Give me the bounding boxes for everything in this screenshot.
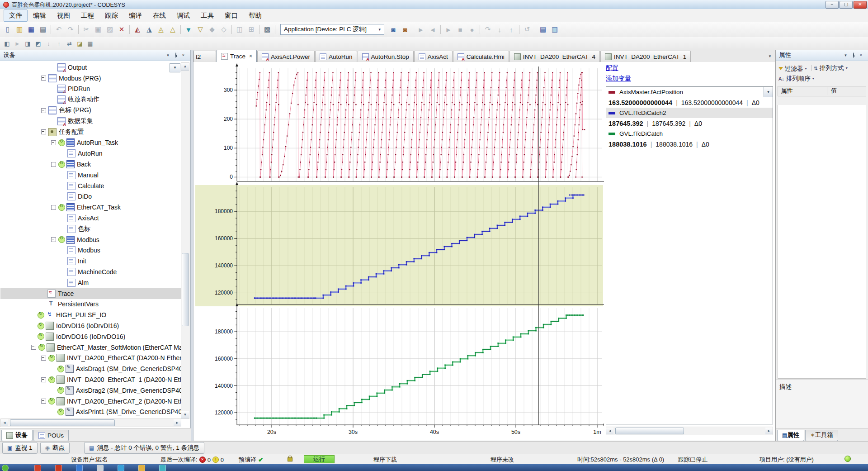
menu-item[interactable]: 工程 bbox=[75, 10, 99, 22]
step-over-icon[interactable]: ↷ bbox=[482, 24, 493, 35]
generate-code-icon[interactable]: ◙ bbox=[400, 24, 410, 35]
legend-horizontal-scrollbar[interactable]: ◄ ► bbox=[606, 427, 773, 435]
bookmark-prev-icon[interactable]: ◆ bbox=[207, 24, 217, 35]
document-tab[interactable]: INVT_DA200_EtherCAT_1 bbox=[600, 51, 691, 62]
monitor-table-icon[interactable]: ▤ bbox=[538, 24, 548, 35]
run-tool-icon[interactable]: ► bbox=[13, 39, 22, 48]
panel-close-icon[interactable]: × bbox=[179, 52, 187, 59]
tree-item[interactable]: EtherCAT_Task bbox=[0, 202, 181, 213]
pin-icon[interactable] bbox=[849, 52, 857, 59]
step-into-icon[interactable]: ↓ bbox=[494, 24, 505, 35]
expander-icon[interactable] bbox=[51, 140, 56, 145]
panel-menu-icon[interactable]: ▾ bbox=[164, 52, 172, 59]
trace-config-link[interactable]: 配置 bbox=[606, 64, 618, 72]
start-icon[interactable]: ► bbox=[443, 24, 454, 35]
bookmark-clear-icon[interactable]: ◇ bbox=[218, 24, 229, 35]
expander-icon[interactable] bbox=[41, 129, 46, 134]
tree-item[interactable]: 色标 bbox=[0, 224, 181, 234]
tree-item[interactable]: Manual bbox=[0, 170, 181, 181]
menu-item[interactable]: 跟踪 bbox=[99, 10, 123, 22]
menu-item[interactable]: 编辑 bbox=[28, 10, 52, 22]
panel-close-icon[interactable]: × bbox=[857, 52, 865, 59]
document-tab[interactable]: t2 bbox=[193, 51, 216, 62]
next-message-icon[interactable]: ⊞ bbox=[246, 24, 257, 35]
document-tab[interactable]: AutoRun bbox=[315, 51, 357, 62]
document-tab[interactable]: Trace× bbox=[217, 50, 257, 62]
build-icon[interactable]: ◙ bbox=[388, 24, 399, 35]
scrollbar-thumb[interactable] bbox=[615, 428, 684, 434]
tab-overflow-icon[interactable]: ▾ bbox=[766, 52, 774, 60]
panel-tab[interactable]: ▤属性 bbox=[777, 430, 804, 441]
logout-icon[interactable]: ◄ bbox=[427, 24, 438, 35]
tree-item[interactable]: 数据采集 bbox=[0, 116, 181, 127]
delete-icon[interactable]: ✕ bbox=[116, 24, 127, 35]
app-red-1-icon[interactable] bbox=[34, 465, 41, 471]
io-mapping-icon[interactable]: ▥ bbox=[549, 24, 560, 35]
tree-item[interactable]: 任务配置 bbox=[0, 127, 181, 138]
bottom-view-tab[interactable]: ◉断点 bbox=[40, 442, 70, 454]
tree-item[interactable]: IoDrvDO16 (IoDrvDO16) bbox=[0, 331, 181, 342]
tree-item[interactable]: Back bbox=[0, 159, 181, 170]
pin-icon[interactable] bbox=[172, 52, 179, 59]
edit-object-icon[interactable]: ◧ bbox=[2, 39, 12, 48]
tree-item[interactable]: AutoRun_Task bbox=[0, 138, 181, 148]
menu-item[interactable]: 帮助 bbox=[243, 10, 267, 22]
undo-icon[interactable]: ↶ bbox=[53, 24, 64, 35]
expander-icon[interactable] bbox=[41, 76, 46, 81]
compare-icon[interactable]: ⇄ bbox=[65, 39, 74, 48]
messages-tab[interactable]: ▤消息 - 总计 0 个错误, 0 警告, 1 条消息 bbox=[84, 442, 204, 454]
tab-close-icon[interactable]: × bbox=[249, 53, 252, 59]
new-project-icon[interactable]: ▯ bbox=[2, 24, 13, 35]
tree-item[interactable]: 色标 (PRG) bbox=[0, 105, 181, 116]
menu-item[interactable]: 视图 bbox=[52, 10, 75, 22]
tree-item[interactable]: EtherCAT_Master_SoftMotion (EtherCAT Mas… bbox=[0, 342, 181, 353]
variable-dropdown-icon[interactable]: ▾ bbox=[764, 87, 773, 97]
app-folder-icon[interactable] bbox=[138, 465, 145, 471]
tree-item[interactable]: AxisDrag1 (SM_Drive_GenericDSP402) bbox=[0, 363, 181, 374]
save-icon[interactable]: ▦ bbox=[26, 24, 37, 35]
minimize-button[interactable] bbox=[826, 1, 839, 9]
find-next-icon[interactable]: ◬ bbox=[156, 24, 166, 35]
scroll-down-icon[interactable]: ▼ bbox=[181, 411, 189, 419]
scroll-left-icon[interactable]: ◄ bbox=[1, 419, 8, 426]
tree-item[interactable]: INVT_DA200_EtherCAT_1 (DA200-N EtherC bbox=[0, 374, 181, 385]
find-prev-icon[interactable]: △ bbox=[167, 24, 178, 35]
app-blue-icon[interactable] bbox=[76, 465, 83, 471]
tree-vertical-scrollbar[interactable]: ▲ ▼ bbox=[181, 62, 189, 419]
tree-item[interactable]: INVT_DA200_EtherCAT_2 (DA200-N EtherC bbox=[0, 396, 181, 407]
menu-item[interactable]: 在线 bbox=[147, 10, 171, 22]
bookmark-next-icon[interactable]: ▽ bbox=[195, 24, 206, 35]
trace-charts[interactable]: 0100200300120000140000160000180000120000… bbox=[193, 62, 604, 440]
panel-tab[interactable]: 设备 bbox=[1, 430, 33, 441]
tree-item[interactable]: INVT_DA200_EtherCAT (DA200-N EtherCAT bbox=[0, 353, 181, 364]
tree-item[interactable]: Modbus bbox=[0, 245, 181, 256]
document-tab[interactable]: INVT_DA200_EtherCAT_4 bbox=[509, 51, 600, 62]
scroll-right-icon[interactable]: ► bbox=[765, 428, 773, 434]
panel-tab[interactable]: POUs bbox=[33, 430, 69, 441]
find-icon[interactable]: ◭ bbox=[132, 24, 143, 35]
column-value[interactable]: 值 bbox=[827, 87, 837, 95]
trace-variable-row[interactable]: GVL.fTcDiCatch2 bbox=[606, 108, 773, 118]
document-tab[interactable]: Calculate.Hmi bbox=[453, 51, 509, 62]
tree-item[interactable]: Alm bbox=[0, 277, 181, 288]
expander-icon[interactable] bbox=[41, 377, 46, 382]
paste-icon[interactable]: ▨ bbox=[104, 24, 115, 35]
bookmark-toggle-icon[interactable]: ▼ bbox=[183, 24, 194, 35]
document-tab[interactable]: AxisAct.Power bbox=[257, 51, 315, 62]
print-icon[interactable]: ▤ bbox=[38, 24, 48, 35]
tree-item[interactable]: Calculate bbox=[0, 181, 181, 191]
menu-item[interactable]: 文件 bbox=[4, 10, 28, 22]
expander-icon[interactable] bbox=[51, 162, 56, 167]
application-selector[interactable]: Application [Device: PLC 逻辑]▾ bbox=[280, 24, 384, 35]
menu-item[interactable]: 工具 bbox=[195, 10, 219, 22]
scroll-left-icon[interactable]: ◄ bbox=[606, 428, 613, 434]
panel-tab[interactable]: ✶工具箱 bbox=[805, 430, 838, 441]
tree-item[interactable]: Init bbox=[0, 256, 181, 266]
properties-grid[interactable] bbox=[778, 105, 866, 379]
tree-item[interactable]: AutoRun bbox=[0, 148, 181, 159]
scrollbar-thumb[interactable] bbox=[182, 253, 189, 326]
tree-item[interactable]: Modbus (PRG) bbox=[0, 73, 181, 84]
menu-item[interactable]: 窗口 bbox=[219, 10, 243, 22]
position-tool-icon[interactable]: ◨ bbox=[23, 39, 33, 48]
document-tab[interactable]: AxisAct bbox=[414, 51, 453, 62]
